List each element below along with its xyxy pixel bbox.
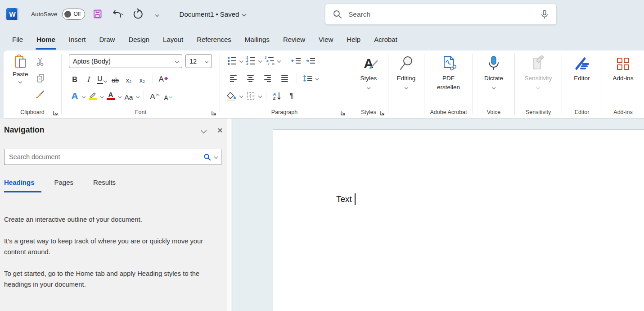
app-search-box[interactable] xyxy=(325,4,557,25)
align-center-button[interactable] xyxy=(243,73,258,85)
font-name-combobox[interactable]: Aptos (Body) xyxy=(69,54,182,68)
search-options-chevron-icon[interactable] xyxy=(214,155,218,159)
microphone-icon[interactable] xyxy=(540,9,549,19)
cut-button[interactable] xyxy=(35,56,46,68)
bullets-button[interactable] xyxy=(225,55,238,67)
editor-button[interactable]: Editor xyxy=(562,50,602,104)
word-logo-icon[interactable]: W xyxy=(6,8,18,20)
numbering-chevron-icon[interactable] xyxy=(258,59,262,63)
align-right-button[interactable] xyxy=(260,73,275,85)
tab-design[interactable]: Design xyxy=(122,28,156,50)
addins-button[interactable]: Add-ins xyxy=(602,50,644,104)
save-button[interactable] xyxy=(91,7,104,21)
document-search-input[interactable] xyxy=(9,153,203,160)
nav-tab-results[interactable]: Results xyxy=(93,178,116,192)
underline-button[interactable]: U xyxy=(96,73,108,85)
navigation-close-button[interactable]: × xyxy=(217,125,223,135)
clipboard-dialog-launcher[interactable] xyxy=(52,110,59,116)
align-left-button[interactable] xyxy=(225,73,241,85)
shrink-font-button[interactable]: A xyxy=(162,90,174,103)
document-search-box[interactable] xyxy=(4,149,221,165)
autosave-toggle[interactable]: Off xyxy=(62,9,85,20)
search-icon[interactable] xyxy=(203,153,211,161)
bullets-chevron-icon[interactable] xyxy=(239,59,243,63)
font-dialog-launcher[interactable] xyxy=(211,110,217,116)
copy-button[interactable] xyxy=(35,72,46,84)
highlight-chevron-icon[interactable] xyxy=(100,95,104,98)
group-clipboard: Paste xyxy=(4,50,61,118)
navigation-scrollbar-track xyxy=(227,119,231,311)
italic-button[interactable]: I xyxy=(82,73,94,85)
change-case-button[interactable]: Aa xyxy=(123,90,135,103)
editing-button[interactable]: Editing xyxy=(388,50,424,104)
tab-insert[interactable]: Insert xyxy=(62,28,93,50)
font-name-value: Aptos (Body) xyxy=(73,58,111,65)
editor-label: Editor xyxy=(574,74,590,83)
redo-button[interactable] xyxy=(131,7,144,21)
multilevel-chevron-icon[interactable] xyxy=(277,59,281,63)
justify-button[interactable] xyxy=(277,73,292,85)
nav-paragraph: To get started, go to the Home tab and a… xyxy=(4,268,221,290)
navigation-collapse-button[interactable] xyxy=(202,126,206,134)
sensitivity-button[interactable]: Sensitivity xyxy=(515,50,562,104)
tab-view[interactable]: View xyxy=(312,28,340,50)
group-sensitivity: Sensitivity Sensitivity xyxy=(515,50,562,118)
tab-draw[interactable]: Draw xyxy=(92,28,122,50)
pdf-erstellen-button[interactable]: PDF erstellen xyxy=(424,50,473,104)
dictate-button[interactable]: Dictate xyxy=(473,50,514,104)
tab-home[interactable]: Home xyxy=(30,28,62,50)
subscript-button[interactable]: x2 xyxy=(123,73,135,85)
grow-font-button[interactable]: A xyxy=(149,90,160,103)
font-color-button[interactable]: A xyxy=(105,90,117,103)
styles-icon: A xyxy=(364,55,374,72)
font-color-chevron-icon[interactable] xyxy=(118,95,122,98)
tab-review[interactable]: Review xyxy=(276,28,312,50)
nav-tab-headings[interactable]: Headings xyxy=(4,178,35,192)
app-search-input[interactable] xyxy=(348,10,540,18)
decrease-indent-button[interactable] xyxy=(290,55,302,67)
show-formatting-marks-button[interactable]: ¶ xyxy=(285,90,298,102)
tab-file[interactable]: File xyxy=(5,28,30,50)
highlight-color-button[interactable] xyxy=(87,90,99,103)
undo-button[interactable] xyxy=(111,7,124,21)
nav-tab-pages[interactable]: Pages xyxy=(54,178,74,192)
bullet-list-icon xyxy=(228,57,236,65)
numbering-button[interactable]: 1 2 3 xyxy=(244,55,257,67)
format-painter-button[interactable] xyxy=(35,88,46,100)
tab-layout[interactable]: Layout xyxy=(156,28,190,50)
font-size-combobox[interactable]: 12 xyxy=(185,54,212,68)
strikethrough-button[interactable]: ab xyxy=(109,73,121,85)
text-effects-chevron-icon[interactable] xyxy=(82,95,86,98)
chevron-down-icon xyxy=(201,128,207,133)
tab-references[interactable]: References xyxy=(190,28,238,50)
document-title-dropdown[interactable]: Document1 • Saved xyxy=(180,10,246,18)
superscript-button[interactable]: x2 xyxy=(136,73,148,85)
styles-dialog-launcher[interactable] xyxy=(379,110,385,116)
multilevel-list-button[interactable]: 1 a i xyxy=(263,55,276,67)
increase-indent-icon xyxy=(305,57,316,64)
document-page[interactable]: Text xyxy=(273,129,644,311)
tab-acrobat[interactable]: Acrobat xyxy=(367,28,404,50)
increase-indent-button[interactable] xyxy=(304,55,317,67)
change-case-chevron-icon[interactable] xyxy=(136,95,140,98)
text-effects-button[interactable]: A xyxy=(69,90,81,103)
borders-button[interactable] xyxy=(244,90,257,102)
shading-button[interactable] xyxy=(225,90,238,102)
shading-chevron-icon[interactable] xyxy=(239,94,243,98)
clear-formatting-button[interactable]: A ◆ xyxy=(158,73,169,85)
paste-button[interactable]: Paste xyxy=(13,54,28,100)
bold-button[interactable]: B xyxy=(69,73,81,85)
paste-chevron-icon[interactable] xyxy=(18,80,22,83)
tab-mailings[interactable]: Mailings xyxy=(238,28,276,50)
tab-help[interactable]: Help xyxy=(340,28,367,50)
underline-chevron-icon[interactable] xyxy=(104,79,107,82)
line-spacing-button[interactable] xyxy=(302,73,314,85)
format-painter-brush-icon xyxy=(36,90,45,99)
paragraph-dialog-launcher[interactable] xyxy=(340,110,346,116)
line-spacing-chevron-icon[interactable] xyxy=(315,77,319,80)
sort-button[interactable]: A Z xyxy=(271,90,284,102)
borders-chevron-icon[interactable] xyxy=(258,94,262,98)
styles-button[interactable]: A Styles xyxy=(349,50,388,104)
customize-quick-access-button[interactable] xyxy=(151,7,163,21)
navigation-pane: Navigation × Headings Pages Results xyxy=(0,119,232,311)
